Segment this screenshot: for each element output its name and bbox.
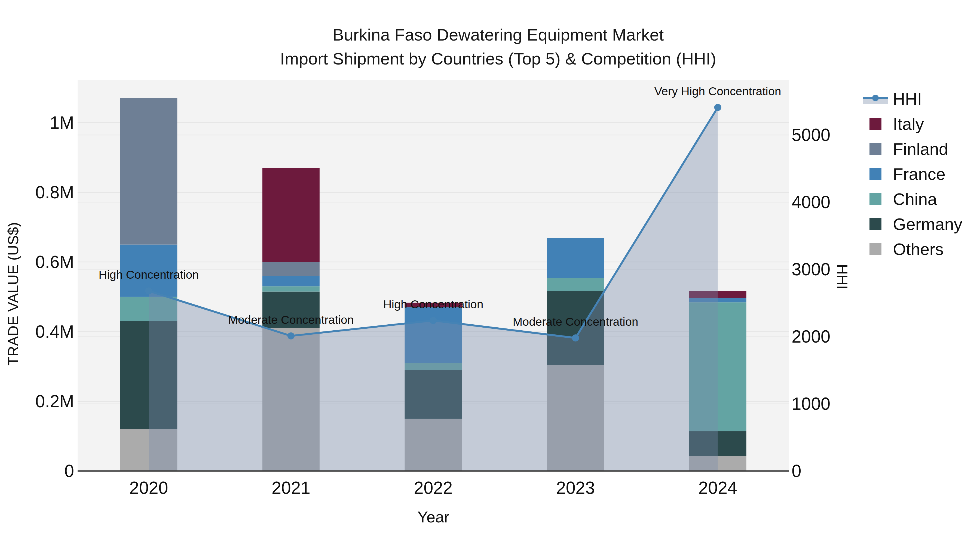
y-tick-label-right-5000: 5000 xyxy=(792,125,830,145)
y-tick-label-left-0: 0 xyxy=(64,461,74,481)
annotation-2022: High Concentration xyxy=(383,298,483,311)
bar-segment-france-2023[interactable] xyxy=(547,238,604,278)
annotation-2024: Very High Concentration xyxy=(654,85,781,98)
y-tick-label-left-1M: 1M xyxy=(50,113,74,132)
bar-segment-finland-2020[interactable] xyxy=(120,98,177,245)
legend: HHIItalyFinlandFranceChinaGermanyOthers xyxy=(863,86,962,262)
legend-swatch-box xyxy=(863,118,888,130)
y-axis-title-right: HHI xyxy=(834,264,851,289)
annotation-2020: High Concentration xyxy=(99,268,199,281)
bar-segment-china-2021[interactable] xyxy=(262,286,320,291)
legend-item-others[interactable]: Others xyxy=(863,237,962,262)
x-tick-label-2021: 2021 xyxy=(272,478,310,498)
legend-swatch-box xyxy=(863,93,888,105)
y-tick-label-left-0.6M: 0.6M xyxy=(35,252,74,272)
plot-svg: 00.2M0.4M0.6M0.8M1M010002000300040005000… xyxy=(0,0,980,551)
legend-color-swatch-finland xyxy=(869,143,881,155)
legend-swatch-box xyxy=(863,168,888,180)
legend-label: Germany xyxy=(893,214,962,234)
y-tick-label-right-0: 0 xyxy=(792,461,802,481)
legend-color-swatch-germany xyxy=(869,218,881,230)
legend-swatch-box xyxy=(863,193,888,205)
chart-canvas: Burkina Faso Dewatering Equipment Market… xyxy=(0,0,980,551)
y-tick-label-left-0.2M: 0.2M xyxy=(35,392,74,411)
legend-label: Italy xyxy=(893,114,924,133)
legend-color-swatch-italy xyxy=(869,118,881,130)
y-tick-label-right-3000: 3000 xyxy=(792,260,830,279)
legend-color-swatch-france xyxy=(869,168,881,180)
legend-swatch-box xyxy=(863,243,888,255)
legend-item-france[interactable]: France xyxy=(863,161,962,186)
legend-label: HHI xyxy=(893,89,922,109)
hhi-point-2023[interactable] xyxy=(572,334,579,341)
y-tick-label-right-4000: 4000 xyxy=(792,192,830,212)
annotation-2023: Moderate Concentration xyxy=(512,315,638,328)
x-axis-title: Year xyxy=(417,508,449,526)
x-tick-label-2023: 2023 xyxy=(556,478,595,498)
hhi-point-2024[interactable] xyxy=(714,104,721,111)
hhi-point-2020[interactable] xyxy=(145,287,152,294)
legend-item-germany[interactable]: Germany xyxy=(863,211,962,237)
legend-color-swatch-china xyxy=(869,193,881,205)
bar-segment-china-2023[interactable] xyxy=(547,278,604,291)
bar-segment-italy-2021[interactable] xyxy=(262,168,320,262)
legend-label: Others xyxy=(893,240,943,259)
y-axis-title-left: TRADE VALUE (US$) xyxy=(5,222,22,365)
hhi-point-2021[interactable] xyxy=(288,332,294,340)
bar-segment-france-2021[interactable] xyxy=(262,276,320,286)
legend-color-swatch-others xyxy=(869,243,881,255)
legend-item-finland[interactable]: Finland xyxy=(863,136,962,161)
legend-label: Finland xyxy=(893,139,948,159)
legend-item-china[interactable]: China xyxy=(863,186,962,211)
x-tick-label-2022: 2022 xyxy=(414,478,452,498)
y-tick-label-left-0.4M: 0.4M xyxy=(35,322,74,341)
y-tick-label-right-1000: 1000 xyxy=(792,394,830,414)
legend-swatch-box xyxy=(863,218,888,230)
hhi-legend-swatch-icon xyxy=(863,93,888,105)
bar-segment-finland-2021[interactable] xyxy=(262,262,320,276)
y-tick-label-left-0.8M: 0.8M xyxy=(35,183,74,202)
y-tick-label-right-2000: 2000 xyxy=(792,327,830,346)
hhi-marker-swatch xyxy=(872,95,879,101)
hhi-point-2022[interactable] xyxy=(430,317,437,324)
legend-item-hhi[interactable]: HHI xyxy=(863,86,962,111)
legend-label: France xyxy=(893,164,945,184)
legend-item-italy[interactable]: Italy xyxy=(863,111,962,136)
legend-swatch-box xyxy=(863,143,888,155)
annotation-2021: Moderate Concentration xyxy=(228,313,354,326)
x-tick-label-2020: 2020 xyxy=(129,478,168,498)
legend-label: China xyxy=(893,189,937,209)
x-tick-label-2024: 2024 xyxy=(698,478,737,498)
